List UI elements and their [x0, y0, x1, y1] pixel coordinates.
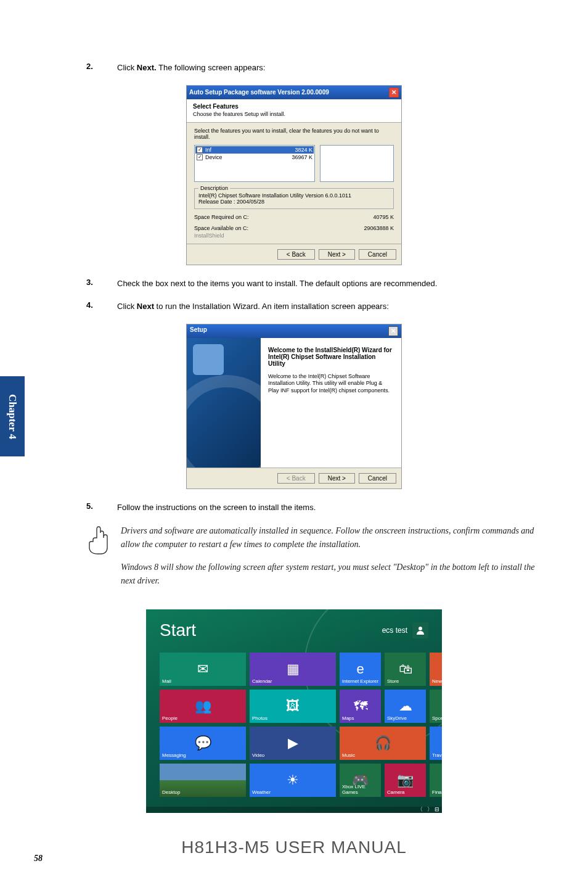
tile-store[interactable]: 🛍Store [385, 653, 426, 686]
feature-item-inf[interactable]: ✓ Inf 3824 K [195, 146, 314, 154]
note-block: Drivers and software are automatically i… [86, 524, 539, 597]
checkbox-icon[interactable]: ✓ [197, 154, 203, 160]
tile-ie[interactable]: eInternet Explorer [340, 653, 381, 686]
tile-label: Store [387, 678, 399, 684]
close-icon[interactable]: ✕ [388, 326, 398, 336]
space-required-value: 40795 K [373, 214, 394, 220]
tile-weather[interactable]: ☀Weather [250, 764, 336, 797]
next-button[interactable]: Next > [319, 473, 355, 484]
tile-label: Sports [432, 715, 442, 721]
description-line: Release Date : 2004/05/28 [198, 199, 390, 205]
step-number: 4. [86, 300, 105, 313]
tile-label: Messaging [162, 752, 186, 758]
tile-label: Finance [432, 789, 442, 795]
feature-name: Inf [205, 147, 211, 153]
calendar-icon: ▦ [287, 661, 300, 677]
cloud-icon: ☁ [399, 698, 412, 714]
user-account[interactable]: ecs test [382, 622, 428, 638]
feature-size: 36967 K [292, 154, 312, 160]
tile-label: Photos [252, 715, 267, 721]
tile-label: Xbox LIVE Games [342, 784, 381, 795]
step-text: Click Next to run the Installation Wizar… [117, 300, 539, 313]
tile-mail[interactable]: ✉Mail [160, 653, 246, 686]
description-legend: Description [198, 185, 230, 191]
camera-icon: 📷 [397, 772, 414, 788]
step-text: Check the box next to the items you want… [117, 278, 539, 290]
tile-people[interactable]: 👥People [160, 690, 246, 723]
tile-label: Desktop [162, 789, 180, 795]
back-button: < Back [277, 473, 315, 484]
bold-text: Next. [137, 63, 157, 72]
text: to run the Installation Wizard. An item … [154, 302, 389, 311]
scrollbar[interactable]: 〈 〉 ⊟ [146, 807, 442, 813]
start-title: Start [160, 620, 196, 640]
space-available-label: Space Available on C: [194, 225, 248, 231]
tile-video[interactable]: ▶Video [250, 727, 336, 760]
tile-label: Video [252, 752, 264, 758]
tile-label: People [162, 715, 178, 721]
step-text: Follow the instructions on the screen to… [117, 501, 539, 514]
step-number: 5. [86, 501, 105, 514]
checkbox-icon[interactable]: ✓ [197, 147, 203, 153]
step-text: Click Next. The following screen appears… [117, 62, 539, 74]
tile-maps[interactable]: 🗺Maps [340, 690, 381, 723]
tile-skydrive[interactable]: ☁SkyDrive [385, 690, 426, 723]
tile-desktop[interactable]: Desktop [160, 764, 246, 797]
tile-news[interactable]: News [430, 653, 442, 686]
tile-label: Weather [252, 789, 271, 795]
note-paragraph: Drivers and software are automatically i… [121, 524, 539, 552]
svg-point-0 [419, 627, 422, 630]
people-icon: 👥 [195, 698, 211, 714]
note-paragraph: Windows 8 will show the following screen… [121, 561, 539, 588]
tile-label: Mail [162, 678, 171, 684]
step-number: 2. [86, 62, 105, 74]
select-features-title: Select Features [193, 103, 395, 110]
feature-item-device[interactable]: ✓ Device 36967 K [195, 154, 314, 161]
step-4: 4. Click Next to run the Installation Wi… [49, 300, 539, 313]
feature-size: 3824 K [295, 147, 312, 153]
dialog-titlebar: Auto Setup Package software Version 2.00… [187, 86, 401, 99]
tile-games[interactable]: 🎮Xbox LIVE Games [340, 764, 381, 797]
music-icon: 🎧 [375, 735, 391, 751]
space-available-value: 29063888 K [364, 225, 394, 231]
tile-messaging[interactable]: 💬Messaging [160, 727, 246, 760]
next-button[interactable]: Next > [319, 249, 355, 260]
dialog-title: Setup [190, 326, 207, 336]
user-name: ecs test [382, 626, 407, 635]
space-required-label: Space Required on C: [194, 214, 249, 220]
description-box: Description Intel(R) Chipset Software In… [194, 188, 394, 209]
preview-pane [320, 145, 394, 182]
tile-label: News [432, 678, 442, 684]
text: The following screen appears: [157, 63, 266, 72]
select-features-subtitle: Choose the features Setup will install. [193, 111, 395, 117]
windows8-start-screen: Start ecs test ✉Mail ▦Calendar 👥People [146, 609, 442, 813]
tile-calendar[interactable]: ▦Calendar [250, 653, 336, 686]
step-3: 3. Check the box next to the items you w… [49, 278, 539, 290]
tile-sports[interactable]: Sports [430, 690, 442, 723]
bold-text: Next [137, 302, 154, 311]
tile-music[interactable]: 🎧Music [340, 727, 426, 760]
close-icon[interactable]: ✕ [389, 88, 399, 97]
tile-finance[interactable]: Finance [430, 764, 442, 797]
text: Click [117, 63, 137, 72]
tile-label: Maps [342, 715, 354, 721]
description-line: Intel(R) Chipset Software Installation U… [198, 192, 390, 199]
store-icon: 🛍 [399, 661, 412, 677]
wizard-paragraph: Welcome to the Intel(R) Chipset Software… [268, 373, 394, 395]
tile-label: Camera [387, 789, 404, 795]
user-icon [412, 622, 428, 638]
step-5: 5. Follow the instructions on the screen… [49, 501, 539, 514]
back-button[interactable]: < Back [277, 249, 315, 260]
tile-photos[interactable]: 🖼Photos [250, 690, 336, 723]
cancel-button[interactable]: Cancel [359, 473, 396, 484]
instruction-text: Select the features you want to install,… [194, 128, 394, 140]
feature-name: Device [205, 154, 223, 160]
tile-label: Music [342, 752, 355, 758]
tile-camera[interactable]: 📷Camera [385, 764, 426, 797]
feature-list[interactable]: ✓ Inf 3824 K ✓ Device 36967 K [194, 145, 315, 182]
cancel-button[interactable]: Cancel [359, 249, 396, 260]
wizard-side-graphic [187, 338, 261, 468]
wizard-heading: Welcome to the InstallShield(R) Wizard f… [268, 347, 394, 367]
tile-label: Calendar [252, 678, 272, 684]
tile-travel[interactable]: Travel [430, 727, 442, 760]
